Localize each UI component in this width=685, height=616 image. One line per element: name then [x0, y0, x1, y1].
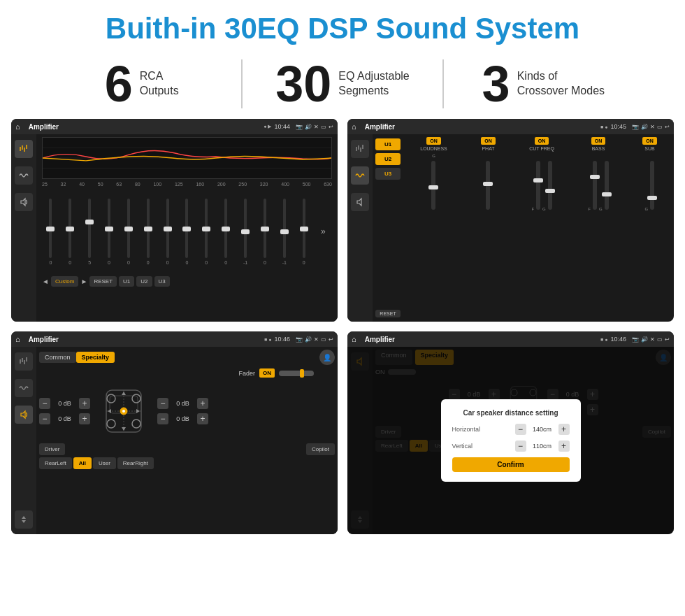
sidebar-2: [347, 134, 373, 322]
home-icon-1: ⌂: [15, 122, 20, 131]
eq-slider-12[interactable]: 0: [256, 189, 273, 273]
screen-dialog: ⌂ Amplifier ■ ● 10:46 📷 🔊 ✕ ▭ ↩: [347, 331, 674, 534]
driver-btn[interactable]: Driver: [39, 443, 65, 455]
sidebar-eq-btn[interactable]: [15, 140, 33, 158]
svg-point-27: [132, 420, 140, 428]
vertical-plus-btn[interactable]: +: [558, 440, 570, 452]
eq-slider-10[interactable]: 0: [217, 189, 235, 273]
eq-slider-6[interactable]: 0: [139, 189, 157, 273]
screen2-content: U1 U2 U3 RESET ON LOUDNESS: [347, 134, 674, 322]
app-name-3: Amplifier: [29, 336, 261, 343]
dots-1: ● ▶: [264, 124, 271, 129]
user-btn-3[interactable]: User: [93, 457, 116, 469]
time-3: 10:46: [274, 336, 290, 343]
sub-slider[interactable]: [650, 161, 654, 210]
ch-loudness: ON LOUDNESS G: [420, 137, 447, 211]
right-vol-controls: − 0 dB + − 0 dB +: [157, 398, 208, 424]
eq-slider-3[interactable]: 5: [81, 189, 99, 273]
reset-btn-2[interactable]: RESET: [375, 310, 401, 317]
eq-graph: [42, 137, 332, 179]
eq-slider-7[interactable]: 0: [159, 189, 176, 273]
eq-slider-2[interactable]: 0: [62, 189, 79, 273]
vol-car-row: − 0 dB + − 0 dB +: [39, 383, 335, 439]
preset-u2[interactable]: U2: [375, 153, 401, 165]
sidebar-3-speaker[interactable]: [15, 406, 33, 424]
sidebar-wave-btn[interactable]: [15, 166, 33, 185]
horizontal-minus-btn[interactable]: −: [515, 424, 526, 435]
sidebar-3-eq[interactable]: [15, 352, 33, 371]
eq-reset-btn[interactable]: RESET: [89, 276, 117, 287]
sub-on[interactable]: ON: [642, 137, 657, 145]
time-2: 10:45: [610, 123, 626, 130]
vol2-plus[interactable]: +: [79, 413, 90, 424]
sidebar-2-wave[interactable]: [351, 166, 369, 185]
vol3-plus[interactable]: +: [197, 398, 208, 409]
vol3-minus[interactable]: −: [157, 398, 168, 409]
preset-u3[interactable]: U3: [375, 168, 401, 180]
eq-prev-btn[interactable]: ◄: [42, 278, 49, 285]
sidebar-3-wave[interactable]: [15, 379, 33, 397]
vol2-minus[interactable]: −: [39, 413, 50, 424]
eq-slider-8[interactable]: 0: [178, 189, 196, 273]
phat-slider[interactable]: [486, 161, 490, 210]
eq-next-btn[interactable]: ►: [80, 278, 87, 285]
stats-row: 6 RCAOutputs 30 EQ AdjustableSegments 3 …: [0, 52, 685, 119]
home-icon-4: ⌂: [352, 335, 356, 343]
bass-slider-f[interactable]: [593, 161, 597, 210]
all-btn[interactable]: All: [73, 457, 92, 469]
vol4-minus[interactable]: −: [157, 413, 168, 424]
rearleft-btn[interactable]: RearLeft: [39, 457, 72, 469]
eq-u1-btn[interactable]: U1: [119, 276, 134, 287]
phat-on[interactable]: ON: [481, 137, 496, 145]
cutfreq-slider-f[interactable]: [536, 161, 540, 210]
horizontal-plus-btn[interactable]: +: [558, 424, 570, 435]
profile-icon: 👤: [319, 350, 335, 365]
vol4-plus[interactable]: +: [197, 413, 208, 424]
fader-thumb[interactable]: [300, 369, 304, 378]
window-icon-4: ▭: [657, 336, 663, 343]
cutfreq-slider-g[interactable]: [548, 161, 552, 210]
specialty-tab[interactable]: Specialty: [76, 352, 115, 363]
loudness-slider-g[interactable]: G: [431, 161, 435, 210]
eq-u2-btn[interactable]: U2: [136, 276, 152, 287]
vertical-minus-btn[interactable]: −: [515, 440, 526, 452]
eq-slider-4[interactable]: 0: [101, 189, 118, 273]
loudness-on[interactable]: ON: [426, 137, 441, 145]
vol1-plus[interactable]: +: [79, 398, 90, 409]
cutfreq-on[interactable]: ON: [535, 137, 549, 145]
rearright-btn[interactable]: RearRight: [117, 457, 154, 469]
vol-icon-1: 🔊: [305, 124, 312, 130]
app-name-4: Amplifier: [365, 336, 598, 343]
eq-slider-11[interactable]: -1: [237, 189, 254, 273]
eq-freq-labels: 2532 4050 6380 100125 160200 250320 4005…: [42, 182, 332, 187]
sidebar-speaker-btn[interactable]: [15, 193, 33, 211]
confirm-button[interactable]: Confirm: [452, 457, 570, 472]
eq-slider-13[interactable]: -1: [275, 189, 293, 273]
back-icon-1: ↩: [329, 124, 333, 130]
sidebar-2-speaker[interactable]: [351, 193, 369, 211]
eq-slider-14[interactable]: 0: [295, 189, 312, 273]
eq-custom-btn[interactable]: Custom: [51, 276, 79, 287]
bass-on[interactable]: ON: [591, 137, 606, 145]
cutfreq-label: CUT FREQ: [529, 146, 554, 151]
svg-marker-17: [21, 411, 25, 418]
eq-slider-9[interactable]: 0: [198, 189, 215, 273]
eq-slider-1[interactable]: 0: [42, 189, 59, 273]
vol1-minus[interactable]: −: [39, 398, 50, 409]
home-icon-2: ⌂: [352, 122, 356, 131]
fader-on-btn[interactable]: ON: [259, 368, 275, 378]
sidebar-2-eq[interactable]: [351, 140, 369, 158]
common-tab[interactable]: Common: [39, 352, 76, 363]
dots-4: ■ ●: [600, 337, 607, 342]
fader-slider[interactable]: [279, 371, 314, 376]
eq-u3-btn[interactable]: U3: [154, 276, 170, 287]
sidebar-3-arrows[interactable]: [15, 510, 33, 529]
bass-slider-g[interactable]: [605, 161, 609, 210]
eq-slider-5[interactable]: 0: [120, 189, 137, 273]
eq-slider-more[interactable]: »: [315, 189, 332, 273]
copilot-btn[interactable]: Copilot: [306, 443, 335, 455]
vol-row-1: − 0 dB +: [39, 398, 90, 409]
stat-crossover-number: 3: [482, 59, 510, 109]
preset-u1[interactable]: U1: [375, 138, 401, 150]
page-wrapper: Buith-in 30EQ DSP Sound System 6 RCAOutp…: [0, 0, 685, 541]
